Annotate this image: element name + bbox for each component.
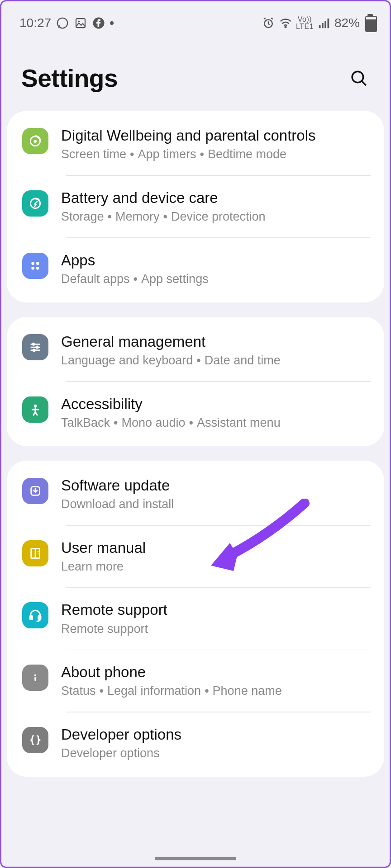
item-subtitle: Status•Legal information•Phone name bbox=[61, 684, 369, 698]
settings-item-about[interactable]: About phoneStatus•Legal information•Phon… bbox=[7, 650, 384, 712]
alarm-icon bbox=[262, 16, 275, 30]
person-icon bbox=[22, 396, 48, 423]
svg-rect-8 bbox=[324, 21, 326, 28]
item-subtitle: Download and install bbox=[61, 497, 369, 511]
svg-rect-6 bbox=[319, 25, 321, 28]
settings-group: Software updateDownload and install?User… bbox=[7, 461, 384, 777]
svg-point-2 bbox=[78, 20, 80, 22]
item-title: Developer options bbox=[61, 725, 369, 744]
apps-icon bbox=[22, 253, 48, 279]
svg-point-27 bbox=[34, 675, 36, 676]
settings-group: General managementLanguage and keyboard•… bbox=[7, 317, 384, 446]
settings-item-remote-support[interactable]: Remote supportRemote support bbox=[7, 588, 384, 649]
item-subtitle: Developer options bbox=[61, 746, 369, 760]
home-indicator bbox=[155, 857, 236, 860]
more-notifications-dot bbox=[110, 21, 114, 25]
svg-rect-24 bbox=[30, 616, 32, 620]
svg-point-20 bbox=[34, 404, 37, 407]
item-title: Digital Wellbeing and parental controls bbox=[61, 126, 369, 145]
braces-icon bbox=[22, 727, 48, 753]
item-subtitle: Default apps•App settings bbox=[61, 272, 369, 286]
svg-text:?: ? bbox=[37, 550, 40, 557]
signal-icon bbox=[317, 16, 331, 30]
item-title: About phone bbox=[61, 663, 369, 681]
battery-icon bbox=[363, 14, 377, 32]
item-subtitle: Storage•Memory•Device protection bbox=[61, 210, 369, 224]
item-title: User manual bbox=[61, 538, 369, 557]
search-button[interactable] bbox=[346, 66, 372, 91]
svg-point-17 bbox=[33, 343, 34, 345]
svg-point-10 bbox=[352, 71, 363, 83]
wifi-icon bbox=[279, 16, 292, 30]
svg-rect-9 bbox=[327, 19, 329, 28]
item-title: Accessibility bbox=[61, 395, 369, 413]
item-title: Remote support bbox=[61, 600, 369, 619]
svg-rect-25 bbox=[38, 616, 41, 620]
whatsapp-icon bbox=[56, 16, 69, 30]
sliders-icon bbox=[22, 334, 48, 360]
settings-item-battery[interactable]: Battery and device careStorage•Memory•De… bbox=[7, 176, 384, 237]
status-bar: 10:27 Vo))LTE1 82% bbox=[1, 1, 390, 37]
settings-item-wellbeing[interactable]: Digital Wellbeing and parental controlsS… bbox=[7, 113, 384, 175]
svg-rect-28 bbox=[34, 677, 36, 681]
volte-indicator: Vo))LTE1 bbox=[296, 16, 314, 30]
settings-item-general[interactable]: General managementLanguage and keyboard•… bbox=[7, 320, 384, 381]
settings-item-accessibility[interactable]: AccessibilityTalkBack•Mono audio•Assista… bbox=[7, 382, 384, 443]
gallery-icon bbox=[74, 16, 87, 30]
settings-item-user-manual[interactable]: ?User manualLearn more bbox=[7, 526, 384, 587]
settings-header: Settings bbox=[1, 37, 390, 111]
status-time: 10:27 bbox=[19, 16, 51, 30]
headset-icon bbox=[22, 602, 48, 628]
wellbeing-icon bbox=[22, 128, 48, 154]
svg-point-19 bbox=[33, 349, 35, 351]
svg-rect-1 bbox=[76, 19, 85, 28]
item-title: General management bbox=[61, 332, 369, 351]
settings-item-developer[interactable]: Developer optionsDeveloper options bbox=[7, 712, 384, 774]
item-subtitle: Remote support bbox=[61, 622, 369, 636]
battery-percent: 82% bbox=[334, 16, 360, 30]
item-subtitle: Learn more bbox=[61, 560, 369, 574]
settings-item-software-update[interactable]: Software updateDownload and install bbox=[7, 463, 384, 525]
facebook-icon bbox=[92, 16, 105, 30]
svg-point-15 bbox=[31, 267, 34, 270]
svg-point-16 bbox=[36, 267, 39, 270]
item-subtitle: TalkBack•Mono audio•Assistant menu bbox=[61, 416, 369, 430]
book-icon: ? bbox=[22, 540, 48, 566]
svg-point-18 bbox=[36, 346, 38, 348]
settings-group: Digital Wellbeing and parental controlsS… bbox=[7, 111, 384, 302]
settings-item-apps[interactable]: AppsDefault apps•App settings bbox=[7, 238, 384, 300]
update-icon bbox=[22, 478, 48, 504]
svg-point-5 bbox=[285, 27, 286, 28]
page-title: Settings bbox=[21, 64, 118, 93]
item-subtitle: Screen time•App timers•Bedtime mode bbox=[61, 147, 369, 161]
item-title: Apps bbox=[61, 251, 369, 269]
svg-point-13 bbox=[31, 262, 34, 265]
svg-point-14 bbox=[36, 262, 39, 265]
battery-care-icon bbox=[22, 190, 48, 217]
item-subtitle: Language and keyboard•Date and time bbox=[61, 354, 369, 368]
item-title: Battery and device care bbox=[61, 189, 369, 207]
item-title: Software update bbox=[61, 476, 369, 495]
info-icon bbox=[22, 665, 48, 691]
svg-rect-7 bbox=[322, 23, 324, 28]
settings-list: Digital Wellbeing and parental controlsS… bbox=[1, 111, 390, 777]
